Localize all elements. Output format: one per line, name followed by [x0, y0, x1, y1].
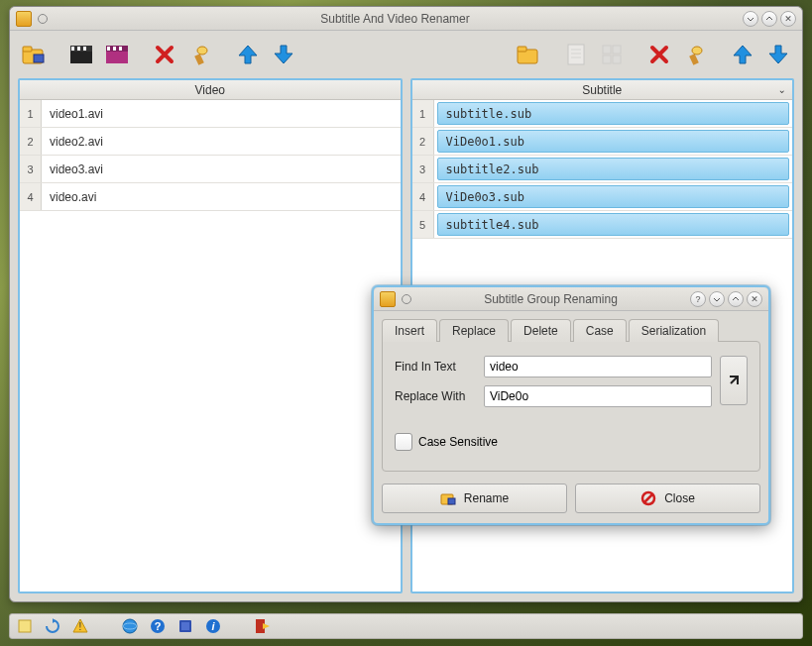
find-input[interactable]: [484, 356, 712, 377]
tray-globe-icon[interactable]: [121, 617, 139, 635]
svg-text:!: !: [79, 621, 82, 632]
subtitle-row[interactable]: 2ViDe0o1.sub: [412, 128, 793, 156]
svg-rect-6: [77, 47, 80, 51]
replace-label: Replace With: [395, 389, 476, 403]
add-folder-video-button[interactable]: [18, 39, 50, 70]
maximize-button[interactable]: [761, 11, 777, 27]
video-row[interactable]: 1video1.avi: [20, 100, 401, 128]
subtitle-row[interactable]: 1subtitle.sub: [412, 100, 793, 128]
chevron-down-icon: ⌄: [778, 84, 786, 95]
svg-rect-10: [107, 47, 110, 51]
move-up-subtitle-button[interactable]: [727, 39, 758, 70]
svg-rect-21: [603, 46, 611, 54]
close-dialog-button[interactable]: Close: [575, 484, 760, 513]
svg-rect-3: [70, 51, 92, 63]
rename-button[interactable]: Rename: [382, 484, 567, 513]
grid-icon[interactable]: [596, 39, 628, 70]
subtitle-filename: subtitle2.sub: [437, 158, 790, 180]
move-down-subtitle-button[interactable]: [762, 39, 794, 70]
subtitle-filename: ViDe0o3.sub: [437, 185, 790, 208]
svg-rect-24: [613, 55, 621, 63]
row-number: 3: [412, 156, 434, 182]
tab-replace[interactable]: Replace: [439, 319, 509, 342]
svg-rect-38: [181, 622, 189, 630]
clear-subtitle-button[interactable]: [679, 39, 711, 70]
row-number: 2: [20, 128, 42, 155]
subtitle-filename: subtitle4.sub: [437, 213, 790, 236]
svg-rect-22: [613, 46, 621, 54]
video-file-list[interactable]: 1video1.avi2video2.avi3video3.avi4video.…: [20, 100, 401, 592]
close-button[interactable]: ✕: [780, 11, 796, 27]
subtitle-filename: ViDe0o1.sub: [437, 130, 790, 153]
move-down-video-button[interactable]: [268, 39, 299, 70]
rename-icon: [440, 490, 456, 506]
toolbar: [10, 31, 802, 78]
rename-dialog: Subtitle Group Renaming ? ✕ Insert Repla…: [372, 285, 770, 525]
tray-note-icon[interactable]: [16, 617, 34, 635]
video-filename: video2.avi: [42, 128, 401, 155]
video-row[interactable]: 3video3.avi: [20, 156, 401, 183]
swap-button[interactable]: [720, 356, 748, 405]
tab-serialization[interactable]: Serialization: [629, 319, 719, 342]
replace-input[interactable]: [484, 385, 712, 407]
video-row[interactable]: 4video.avi: [20, 183, 401, 211]
tab-delete[interactable]: Delete: [511, 319, 571, 342]
svg-rect-8: [106, 51, 128, 63]
svg-rect-16: [518, 47, 526, 52]
tray-book-icon[interactable]: [176, 617, 194, 635]
minimize-button[interactable]: [743, 11, 758, 27]
clapperboard-icon[interactable]: [65, 39, 97, 70]
tray-exit-icon[interactable]: [254, 617, 272, 635]
dialog-close-button[interactable]: ✕: [747, 291, 762, 307]
dialog-tabs: Insert Replace Delete Case Serialization: [382, 319, 760, 342]
row-number: 5: [412, 211, 434, 238]
delete-subtitle-button[interactable]: [643, 39, 675, 70]
app-icon: [16, 11, 32, 27]
add-folder-subtitle-button[interactable]: [513, 39, 544, 70]
pin-icon[interactable]: [402, 294, 411, 304]
find-label: Find In Text: [395, 360, 476, 374]
subtitle-panel-header[interactable]: Subtitle ⌄: [412, 80, 793, 100]
subtitle-row[interactable]: 3subtitle2.sub: [412, 156, 793, 183]
dialog-titlebar: Subtitle Group Renaming ? ✕: [374, 287, 768, 311]
svg-rect-13: [194, 54, 204, 65]
pin-icon[interactable]: [38, 14, 48, 24]
svg-rect-1: [23, 47, 32, 52]
subtitle-row[interactable]: 5subtitle4.sub: [412, 211, 793, 239]
case-sensitive-label: Case Sensitive: [418, 435, 498, 449]
video-row[interactable]: 2video2.avi: [20, 128, 401, 156]
document-icon[interactable]: [560, 39, 592, 70]
svg-rect-7: [83, 47, 86, 51]
svg-rect-31: [19, 620, 31, 632]
tab-insert[interactable]: Insert: [382, 319, 437, 342]
delete-video-button[interactable]: [149, 39, 180, 70]
row-number: 1: [20, 100, 42, 127]
subtitle-header-label: Subtitle: [582, 83, 622, 97]
dialog-max-button[interactable]: [728, 291, 744, 307]
system-tray: ! ? i: [9, 613, 803, 639]
clear-video-button[interactable]: [184, 39, 216, 70]
video-filename: video1.avi: [42, 100, 401, 127]
svg-rect-12: [119, 47, 122, 51]
tray-help-icon[interactable]: ?: [149, 617, 167, 635]
tab-case[interactable]: Case: [573, 319, 627, 342]
subtitle-filename: subtitle.sub: [437, 102, 790, 125]
svg-rect-28: [448, 498, 455, 504]
tray-info-icon[interactable]: i: [204, 617, 222, 635]
move-up-video-button[interactable]: [232, 39, 264, 70]
video-panel: Video 1video1.avi2video2.avi3video3.avi4…: [18, 78, 403, 593]
svg-rect-25: [689, 54, 699, 65]
close-button-label: Close: [664, 491, 695, 505]
clapperboard-color-icon[interactable]: [101, 39, 133, 70]
case-sensitive-checkbox[interactable]: [395, 433, 412, 451]
video-panel-header: Video: [20, 80, 401, 100]
tray-warning-icon[interactable]: !: [71, 617, 89, 635]
svg-line-30: [644, 494, 652, 502]
dialog-help-button[interactable]: ?: [690, 291, 706, 307]
row-number: 4: [20, 183, 42, 210]
subtitle-row[interactable]: 4ViDe0o3.sub: [412, 183, 793, 211]
svg-point-26: [692, 47, 702, 54]
dialog-min-button[interactable]: [709, 291, 725, 307]
tray-refresh-icon[interactable]: [44, 617, 61, 635]
video-filename: video3.avi: [42, 156, 401, 182]
